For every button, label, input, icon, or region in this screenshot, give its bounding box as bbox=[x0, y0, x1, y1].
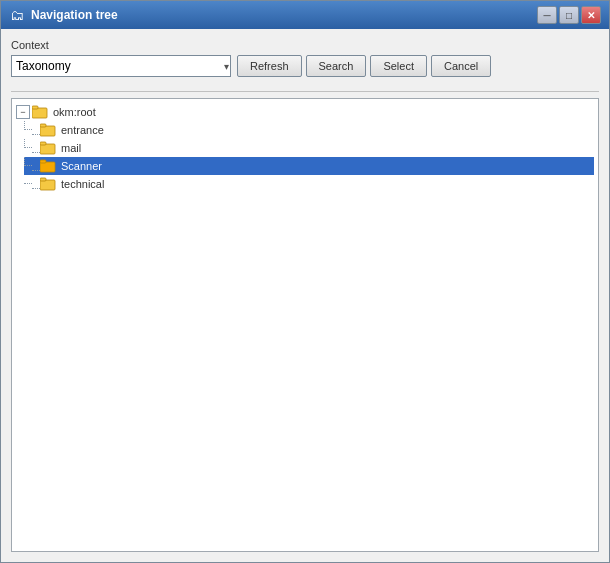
select-button[interactable]: Select bbox=[370, 55, 427, 77]
folder-icon-entrance bbox=[40, 122, 56, 138]
action-buttons: Refresh Search Select Cancel bbox=[237, 55, 491, 77]
refresh-button[interactable]: Refresh bbox=[237, 55, 302, 77]
close-button[interactable]: ✕ bbox=[581, 6, 601, 24]
title-bar-left: 🗂 Navigation tree bbox=[9, 7, 118, 23]
tree-line-entrance bbox=[24, 121, 32, 130]
tree-panel[interactable]: − okm:root bbox=[11, 98, 599, 552]
tree-expander-root[interactable]: − bbox=[16, 105, 30, 119]
svg-rect-4 bbox=[40, 144, 55, 154]
tree-node-root: − okm:root bbox=[16, 103, 594, 193]
svg-rect-5 bbox=[40, 142, 46, 145]
tree-hline-technical bbox=[32, 188, 40, 189]
tree-label-mail: mail bbox=[59, 142, 83, 154]
tree-line-scanner bbox=[24, 157, 32, 166]
tree-label-root: okm:root bbox=[51, 106, 98, 118]
cancel-button[interactable]: Cancel bbox=[431, 55, 491, 77]
folder-icon-technical bbox=[40, 176, 56, 192]
context-row: Taxonomy Categories ▾ Refresh Search Sel… bbox=[11, 55, 599, 77]
svg-rect-8 bbox=[40, 180, 55, 190]
folder-icon-scanner bbox=[40, 158, 56, 174]
svg-rect-7 bbox=[40, 160, 46, 163]
tree-line-technical bbox=[24, 175, 32, 184]
title-bar: 🗂 Navigation tree ─ □ ✕ bbox=[1, 1, 609, 29]
tree-row-scanner[interactable]: Scanner bbox=[24, 157, 594, 175]
navigation-tree-window: 🗂 Navigation tree ─ □ ✕ Context Taxonomy… bbox=[0, 0, 610, 563]
tree-children: entrance mail bbox=[24, 121, 594, 193]
tree-row-mail[interactable]: mail bbox=[24, 139, 594, 157]
svg-rect-9 bbox=[40, 178, 46, 181]
tree-line-mail bbox=[24, 139, 32, 148]
tree-hline-mail bbox=[32, 152, 40, 153]
context-dropdown-wrapper: Taxonomy Categories ▾ bbox=[11, 55, 231, 77]
svg-rect-1 bbox=[32, 106, 38, 109]
search-button[interactable]: Search bbox=[306, 55, 367, 77]
folder-icon-root bbox=[32, 104, 48, 120]
folder-icon-mail bbox=[40, 140, 56, 156]
tree-row-root[interactable]: − okm:root bbox=[16, 103, 594, 121]
svg-rect-3 bbox=[40, 124, 46, 127]
window-title: Navigation tree bbox=[31, 8, 118, 22]
tree-row-entrance[interactable]: entrance bbox=[24, 121, 594, 139]
tree-label-technical: technical bbox=[59, 178, 106, 190]
tree-hline-entrance bbox=[32, 134, 40, 135]
svg-rect-6 bbox=[40, 162, 55, 172]
divider bbox=[11, 91, 599, 92]
context-section: Context Taxonomy Categories ▾ Refresh Se… bbox=[11, 39, 599, 77]
svg-rect-0 bbox=[32, 108, 47, 118]
title-buttons: ─ □ ✕ bbox=[537, 6, 601, 24]
restore-button[interactable]: □ bbox=[559, 6, 579, 24]
context-dropdown[interactable]: Taxonomy Categories bbox=[11, 55, 231, 77]
window-content: Context Taxonomy Categories ▾ Refresh Se… bbox=[1, 29, 609, 562]
svg-rect-2 bbox=[40, 126, 55, 136]
window-icon: 🗂 bbox=[9, 7, 25, 23]
tree-row-technical[interactable]: technical bbox=[24, 175, 594, 193]
tree-label-entrance: entrance bbox=[59, 124, 106, 136]
tree-hline-scanner bbox=[32, 170, 40, 171]
context-label: Context bbox=[11, 39, 599, 51]
tree-label-scanner: Scanner bbox=[59, 160, 104, 172]
minimize-button[interactable]: ─ bbox=[537, 6, 557, 24]
